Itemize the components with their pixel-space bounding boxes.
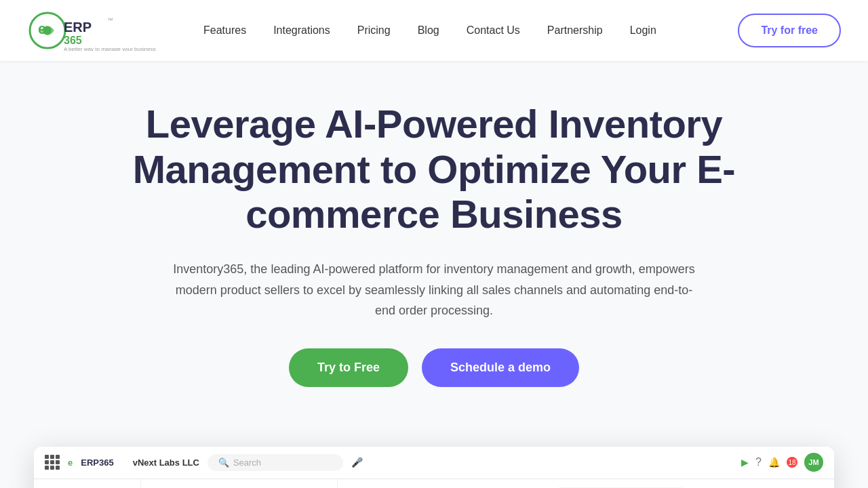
microphone-icon: 🎤: [351, 457, 363, 468]
help-icon: ?: [755, 456, 762, 468]
play-icon: ▶: [741, 457, 749, 468]
svg-text:ERP: ERP: [64, 20, 92, 35]
svg-text:365: 365: [64, 35, 82, 46]
bell-icon: 🔔: [768, 457, 780, 468]
demo-erp-name: ERP365: [81, 458, 113, 468]
navbar: e ERP 365 ™ A better way to manage your …: [0, 0, 868, 61]
demo-company-panel: DEMO — COMPANY — vNext Labs LLC 100 Main…: [141, 479, 338, 488]
demo-dashboard: 🔍 Search dashboard items ⚡ What's new? P…: [338, 479, 834, 488]
logo-area: e ERP 365 ™ A better way to manage your …: [27, 10, 163, 51]
demo-topbar-company: vNext Labs LLC: [133, 458, 199, 468]
svg-text:™: ™: [107, 17, 113, 24]
nav-integrations[interactable]: Integrations: [260, 24, 344, 37]
try-for-free-button[interactable]: Try for free: [738, 14, 841, 47]
nav-contact[interactable]: Contact Us: [453, 24, 534, 37]
hero-subtitle: Inventory365, the leading AI-powered pla…: [166, 259, 702, 321]
demo-search-bar[interactable]: 🔍 Search: [208, 454, 343, 471]
svg-text:e: e: [38, 20, 46, 37]
schedule-demo-button[interactable]: Schedule a demo: [422, 348, 579, 387]
demo-area: e ERP365 vNext Labs LLC 🔍 Search 🎤 ▶ ? 🔔…: [34, 447, 834, 488]
nav-cta: Try for free: [738, 14, 841, 47]
hero-section: Leverage AI-Powered Inventory Management…: [0, 61, 868, 447]
user-avatar: JM: [804, 453, 823, 472]
nav-partnership[interactable]: Partnership: [534, 24, 616, 37]
nav-features[interactable]: Features: [190, 24, 260, 37]
nav-pricing[interactable]: Pricing: [344, 24, 404, 37]
logo-svg: e ERP 365 ™ A better way to manage your …: [27, 10, 163, 51]
grid-icon: [45, 455, 60, 470]
nav-login[interactable]: Login: [616, 24, 670, 37]
demo-sidebar: Dashboard Customers Vendors HR Employees: [34, 479, 141, 488]
hero-buttons: Try to Free Schedule a demo: [81, 348, 787, 387]
search-placeholder: Search: [233, 458, 261, 468]
demo-body: Dashboard Customers Vendors HR Employees: [34, 479, 834, 488]
demo-topbar-icons: ▶ ? 🔔 18 JM: [741, 453, 823, 472]
search-icon: 🔍: [218, 458, 229, 468]
notification-badge: 18: [787, 457, 797, 468]
svg-text:A better way to manage your bu: A better way to manage your business: [64, 46, 156, 51]
demo-wrapper: e ERP365 vNext Labs LLC 🔍 Search 🎤 ▶ ? 🔔…: [0, 447, 868, 488]
try-to-free-button[interactable]: Try to Free: [289, 348, 408, 387]
nav-links: Features Integrations Pricing Blog Conta…: [190, 24, 738, 37]
demo-topbar: e ERP365 vNext Labs LLC 🔍 Search 🎤 ▶ ? 🔔…: [34, 447, 834, 479]
nav-blog[interactable]: Blog: [404, 24, 453, 37]
hero-title: Leverage AI-Powered Inventory Management…: [81, 102, 787, 237]
demo-erp-logo: e: [68, 458, 73, 468]
